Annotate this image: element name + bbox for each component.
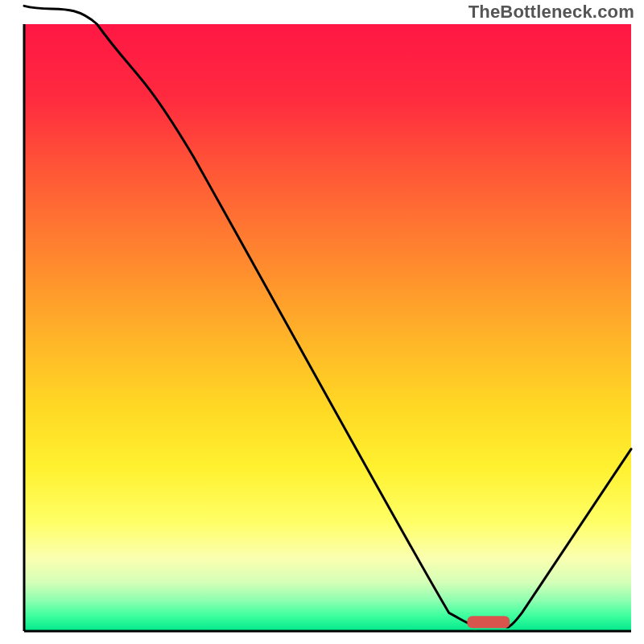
- bottleneck-chart: [0, 0, 644, 644]
- watermark-text: TheBottleneck.com: [469, 2, 634, 23]
- chart-container: TheBottleneck.com: [0, 0, 644, 644]
- chart-background: [24, 24, 631, 631]
- optimal-zone-marker: [467, 616, 510, 628]
